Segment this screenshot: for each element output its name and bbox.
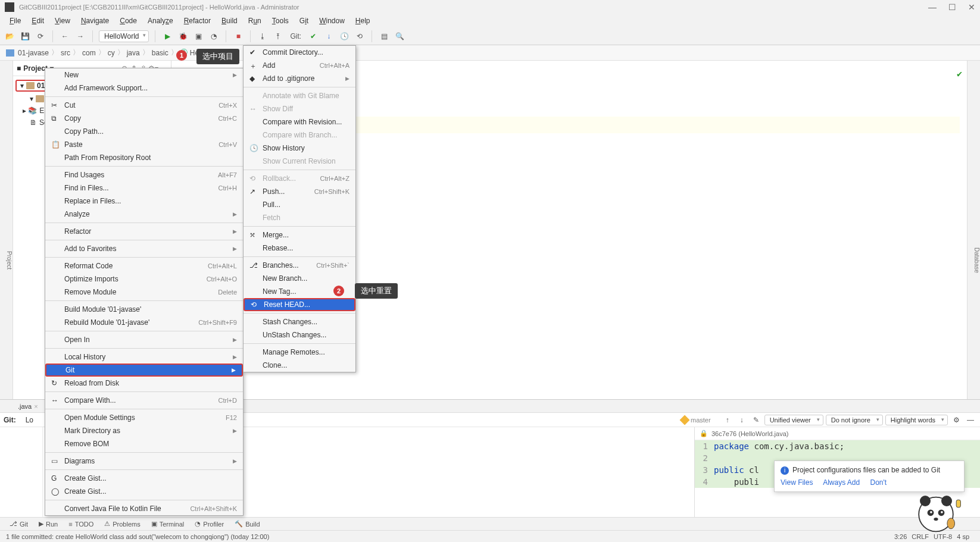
structure-icon[interactable]: ▤ [378,30,390,42]
menu-item[interactable]: Add to Favorites▶ [45,242,243,255]
menu-code[interactable]: Code [115,15,142,26]
menu-item[interactable]: ◆Add to .gitignore▶ [244,72,355,85]
run-config-select[interactable]: HelloWorld [99,30,149,42]
menu-item[interactable]: Compare with Revision... [244,115,355,129]
prev-diff-icon[interactable]: ↑ [722,414,734,426]
menu-item[interactable]: Git▶ [45,364,243,377]
menu-item[interactable]: ✂CutCtrl+X [45,99,243,112]
menu-navigate[interactable]: Navigate [76,15,114,26]
notif-action-dont[interactable]: Don't [870,478,887,487]
menu-item[interactable]: Find in Files...Ctrl+H [45,181,243,195]
tab-build[interactable]: 🔨 Build [231,520,263,528]
menu-item[interactable]: Remove BOM [45,437,243,450]
menu-item[interactable]: ▭Diagrams▶ [45,455,243,468]
close-tab-icon[interactable]: × [34,403,38,410]
menu-analyze[interactable]: Analyze [143,15,178,26]
tab-terminal[interactable]: ▣ Terminal [148,520,188,528]
viewer-mode-select[interactable]: Unified viewer [764,415,823,425]
ignore-mode-select[interactable]: Do not ignore [826,415,883,425]
menu-item[interactable]: Rebuild Module '01-javase'Ctrl+Shift+F9 [45,316,243,329]
menu-item[interactable]: Reformat CodeCtrl+Alt+L [45,259,243,272]
crumb-com[interactable]: com [82,49,96,57]
forward-icon[interactable]: → [74,30,86,42]
menu-item[interactable]: Convert Java File to Kotlin FileCtrl+Alt… [45,502,243,515]
menu-item[interactable]: Manage Remotes... [244,346,355,359]
menu-item[interactable]: Optimize ImportsCtrl+Alt+O [45,272,243,286]
crumb-src[interactable]: src [61,49,70,57]
notif-action-view[interactable]: View Files [781,478,813,487]
profile-icon[interactable]: ◔ [208,30,220,42]
menu-item[interactable]: ✔Commit Directory... [244,46,355,59]
crumb-cy[interactable]: cy [108,49,115,57]
tab-git[interactable]: ⎇ Git [6,520,32,528]
menu-item[interactable]: Rebase... [244,242,355,255]
close-button[interactable]: ✕ [968,2,975,12]
inspection-ok-icon[interactable]: ✔ [957,65,962,83]
notif-action-always[interactable]: Always Add [823,478,860,487]
tab-problems[interactable]: ⚠ Problems [101,520,143,528]
crumb-java[interactable]: java [127,49,140,57]
update-icon[interactable]: ↓ [323,30,335,42]
menu-item[interactable]: Open Module SettingsF12 [45,411,243,424]
next-diff-icon[interactable]: ↓ [736,414,748,426]
crumb-module[interactable]: 01-javase [18,49,49,57]
branch-label[interactable]: master [681,416,711,424]
tab-run[interactable]: ▶ Run [35,520,61,528]
menu-item[interactable]: ⤱Merge... [244,228,355,242]
menu-item[interactable]: 📋PasteCtrl+V [45,138,243,151]
menu-item[interactable]: Path From Repository Root [45,151,243,164]
editor-crumb-tab[interactable]: .java [18,403,32,410]
menu-item[interactable]: Clone... [244,359,355,372]
maximize-button[interactable]: ☐ [948,2,956,12]
hide-panel-icon[interactable]: — [965,414,976,426]
git-push-icon[interactable]: ⭱ [272,30,284,42]
menu-item[interactable]: Pull... [244,198,355,211]
menu-item[interactable]: Add Framework Support... [45,82,243,95]
tab-todo[interactable]: ≡ TODO [65,521,97,528]
menu-item[interactable]: ↗Push...Ctrl+Shift+K [244,185,355,198]
sync-icon[interactable]: ⟳ [35,30,46,42]
right-gutter[interactable]: Database [967,61,980,456]
menu-item[interactable]: Local History▶ [45,350,243,364]
rollback-icon[interactable]: ⟲ [354,30,366,42]
highlight-mode-select[interactable]: Highlight words [885,415,948,425]
tab-profiler[interactable]: ◔ Profiler [191,520,227,528]
crumb-basic[interactable]: basic [152,49,168,57]
menu-item[interactable]: UnStash Changes... [244,328,355,342]
menu-item[interactable]: ⎇Branches...Ctrl+Shift+` [244,259,355,272]
menu-build[interactable]: Build [217,15,242,26]
menu-item[interactable]: ⧉CopyCtrl+C [45,112,243,125]
menu-run[interactable]: Run [244,15,266,26]
menu-item[interactable]: 🕓Show History [244,142,355,155]
save-icon[interactable]: 💾 [19,30,31,42]
menu-item[interactable]: Remove ModuleDelete [45,286,243,299]
git-pull-icon[interactable]: ⭳ [257,30,269,42]
commit-icon[interactable]: ✔ [307,30,319,42]
gear-icon[interactable]: ⚙ [950,414,962,426]
menu-help[interactable]: Help [351,15,375,26]
menu-edit[interactable]: Edit [27,15,49,26]
menu-item[interactable]: Mark Directory as▶ [45,424,243,437]
history-icon[interactable]: 🕓 [338,30,350,42]
menu-file[interactable]: File [5,15,26,26]
menu-item[interactable]: ⟲Reset HEAD... [244,298,355,311]
menu-view[interactable]: View [50,15,75,26]
edit-icon[interactable]: ✎ [750,414,762,426]
menu-refactor[interactable]: Refactor [179,15,216,26]
menu-item[interactable]: Open In▶ [45,333,243,346]
menu-item[interactable]: ◯Create Gist... [45,485,243,498]
menu-item[interactable]: Copy Path... [45,125,243,138]
menu-tools[interactable]: Tools [267,15,294,26]
search-icon[interactable]: 🔍 [394,30,405,42]
menu-git[interactable]: Git [295,15,313,26]
menu-item[interactable]: ↔Compare With...Ctrl+D [45,394,243,407]
menu-item[interactable]: Find UsagesAlt+F7 [45,168,243,181]
menu-item[interactable]: Analyze▶ [45,208,243,221]
status-pos[interactable]: 3:26 [894,533,907,540]
menu-item[interactable]: ＋AddCtrl+Alt+A [244,59,355,72]
menu-item[interactable]: GCreate Gist... [45,472,243,485]
menu-item[interactable]: New Branch... [244,272,355,285]
minimize-button[interactable]: — [928,2,937,12]
run-icon[interactable]: ▶ [161,30,173,42]
left-gutter[interactable]: Project [0,61,13,456]
